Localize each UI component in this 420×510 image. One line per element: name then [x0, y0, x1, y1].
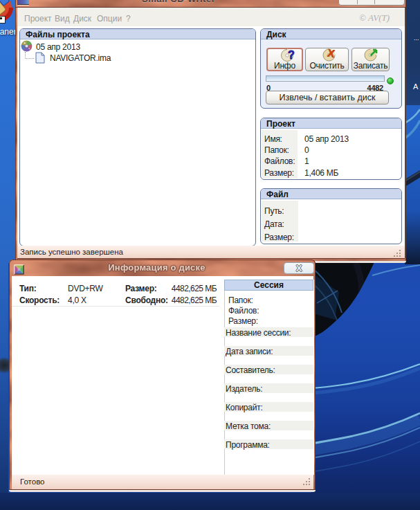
svg-text:?: ?	[288, 49, 295, 61]
